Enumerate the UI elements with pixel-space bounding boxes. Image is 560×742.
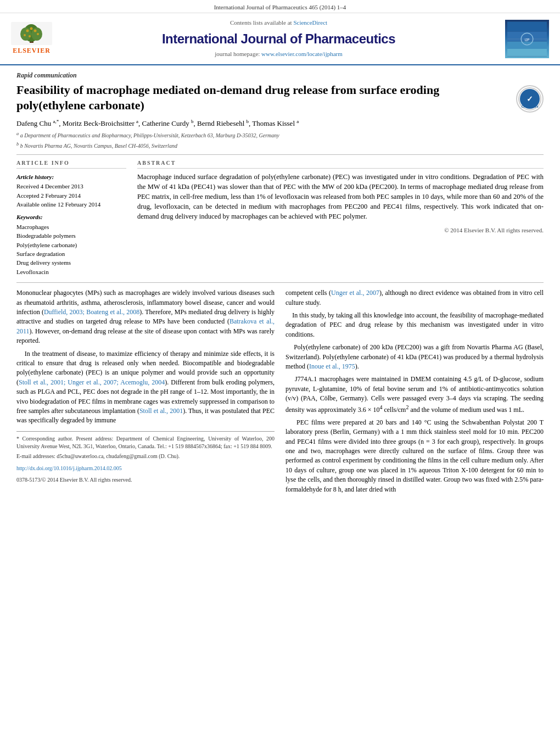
ref-stoll2: Stoll et al., 2001	[139, 407, 183, 415]
body-p1: Mononuclear phagocytes (MPs) such as mac…	[16, 288, 275, 345]
abstract-title: ABSTRACT	[137, 159, 544, 169]
svg-rect-12	[507, 21, 547, 31]
footnote-section: * Corresponding author. Present address:…	[16, 431, 275, 461]
svg-text:CrossMark: CrossMark	[521, 105, 539, 108]
journal-title-center: Contents lists available at ScienceDirec…	[52, 19, 505, 58]
footnote-corresponding: * Corresponding author. Present address:…	[16, 435, 275, 451]
ref-batrakova: Batrakova et al., 2011	[16, 317, 275, 334]
ref-duffield: Duffield, 2003; Boateng et al., 2008	[44, 308, 139, 316]
article-type: Rapid communication	[16, 65, 544, 82]
history-title: Article history:	[16, 173, 126, 181]
svg-point-9	[37, 33, 39, 35]
article-info-abstract-row: ARTICLE INFO Article history: Received 4…	[16, 159, 544, 277]
cover-svg: IJP	[507, 20, 547, 58]
svg-point-8	[24, 34, 26, 36]
journal-header: ELSEVIER Contents lists available at Sci…	[0, 13, 560, 65]
body-p4: In this study, by taking all this knowle…	[285, 311, 544, 339]
body-p7: PEC films were prepared at 20 bars and 1…	[285, 418, 544, 494]
doi-link: http://dx.doi.org/10.1016/j.ijpharm.2014…	[16, 465, 275, 473]
accepted-date: Accepted 2 February 2014	[16, 192, 126, 200]
keyword-4: Drug delivery systems	[16, 259, 126, 267]
ref-inoue: Inoue et al., 1975	[309, 362, 355, 370]
body-col-left: Mononuclear phagocytes (MPs) such as mac…	[16, 288, 275, 498]
authors: Dafeng Chu a,*, Moritz Beck-Broichsitter…	[16, 118, 544, 129]
journal-cover-image: IJP	[505, 20, 549, 58]
body-p5: Poly(ethylene carbonate) of 200 kDa (PEC…	[285, 343, 544, 371]
article-info-panel: ARTICLE INFO Article history: Received 4…	[16, 159, 126, 277]
svg-point-3	[20, 27, 31, 41]
footer-links: http://dx.doi.org/10.1016/j.ijpharm.2014…	[16, 465, 275, 484]
affiliation-a: a a Department of Pharmaceutics and Biop…	[16, 131, 544, 140]
contents-label: Contents lists available at	[230, 19, 292, 26]
abstract-text: Macrophage induced surface degradation o…	[137, 172, 544, 222]
elsevier-tree-icon	[11, 22, 52, 45]
top-bar: International Journal of Pharmaceutics 4…	[0, 0, 560, 13]
elsevier-label: ELSEVIER	[13, 46, 51, 55]
svg-point-5	[26, 30, 29, 32]
body-p6: J774A.1 macrophages were maintained in D…	[285, 375, 544, 415]
divider-1	[16, 154, 544, 155]
received-date: Received 4 December 2013	[16, 182, 126, 191]
ref-unger: Unger et al., 2007	[331, 289, 379, 297]
keyword-1: Biodegradable polymers	[16, 232, 126, 240]
svg-point-10	[29, 35, 31, 37]
footnote-email: E-mail addresses: d5chu@uwaterloo.ca, ch…	[16, 453, 275, 461]
crossmark-svg: ✓ CrossMark	[518, 87, 542, 111]
body-col-right: competent cells (Unger et al., 2007), al…	[285, 288, 544, 498]
journal-name: International Journal of Pharmaceutics	[52, 30, 505, 48]
affiliation-a-text: a Department of Pharmaceutics and Biopha…	[20, 133, 279, 139]
svg-rect-15	[507, 49, 547, 57]
keyword-3: Surface degradation	[16, 250, 126, 258]
issn-text: 0378-5173/© 2014 Elsevier B.V. All right…	[16, 476, 275, 484]
body-p3: competent cells (Unger et al., 2007), al…	[285, 288, 544, 308]
page: International Journal of Pharmaceutics 4…	[0, 0, 560, 742]
abstract-panel: ABSTRACT Macrophage induced surface degr…	[137, 159, 544, 277]
body-p2: In the treatment of disease, to maximize…	[16, 349, 275, 426]
doi-url[interactable]: http://dx.doi.org/10.1016/j.ijpharm.2014…	[16, 465, 122, 471]
copyright: © 2014 Elsevier B.V. All rights reserved…	[137, 226, 544, 235]
homepage: journal homepage: www.elsevier.com/locat…	[52, 50, 505, 58]
elsevier-logo: ELSEVIER	[11, 22, 52, 55]
keyword-2: Poly(ethylene carbonate)	[16, 241, 126, 249]
ref-stoll: Stoll et al., 2001; Unger et al., 2007; …	[19, 378, 165, 386]
homepage-label: journal homepage:	[215, 51, 260, 57]
keyword-0: Macrophages	[16, 223, 126, 231]
svg-point-7	[34, 30, 37, 32]
crossmark-icon: ✓ CrossMark	[516, 85, 544, 113]
affiliation-b: b b Novartis Pharma AG, Novartis Campus,…	[16, 141, 544, 150]
authors-text: Dafeng Chu a,*, Moritz Beck-Broichsitter…	[16, 119, 299, 127]
journal-reference: International Journal of Pharmaceutics 4…	[214, 4, 346, 10]
article-title-row: Feasibility of macrophage mediated on-de…	[16, 82, 544, 114]
available-date: Available online 12 February 2014	[16, 200, 126, 209]
keywords-title: Keywords:	[16, 213, 126, 221]
contents-line: Contents lists available at ScienceDirec…	[52, 19, 505, 27]
article-info-title: ARTICLE INFO	[16, 159, 126, 169]
keyword-5: Levofloxacin	[16, 268, 126, 276]
svg-text:IJP: IJP	[524, 37, 529, 41]
sciencedirect-link[interactable]: ScienceDirect	[293, 19, 327, 26]
main-content: Rapid communication Feasibility of macro…	[0, 65, 560, 498]
article-title: Feasibility of macrophage mediated on-de…	[16, 82, 516, 114]
svg-point-6	[30, 27, 33, 30]
homepage-url[interactable]: www.elsevier.com/locate/ijpharm	[261, 51, 343, 57]
body-two-col: Mononuclear phagocytes (MPs) such as mac…	[16, 288, 544, 498]
divider-2	[16, 282, 544, 283]
svg-text:✓: ✓	[527, 94, 533, 103]
affiliation-b-text: b Novartis Pharma AG, Novartis Campus, B…	[20, 143, 177, 149]
